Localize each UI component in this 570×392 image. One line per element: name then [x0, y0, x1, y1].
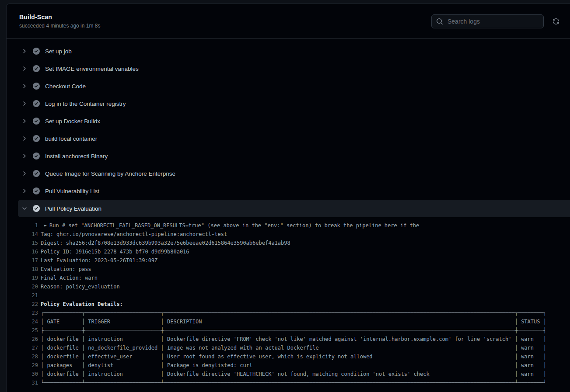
log-line-number[interactable]: 14 [7, 230, 38, 239]
log-line-text: Policy ID: 3916e15b-2278-473b-bf70-d9d99… [41, 247, 189, 256]
log-line-number[interactable]: 1 [7, 221, 38, 230]
chevron-right-icon [21, 48, 28, 54]
log-line: 20 Reason: policy_evaluation [7, 282, 570, 291]
log-line-text: Policy Evaluation Details: [41, 300, 123, 309]
chevron-right-icon [21, 170, 28, 177]
check-circle-icon [33, 100, 40, 107]
log-line: 28 │ dockerfile │ effective_user │ User … [7, 352, 570, 361]
chevron-right-icon [21, 66, 28, 72]
log-line: 23 ┌────────────┬───────────────────────… [7, 309, 570, 317]
log-line-number[interactable]: 21 [7, 291, 38, 300]
log-line-number[interactable]: 26 [7, 335, 38, 343]
search-logs-input[interactable] [447, 17, 539, 25]
log-group-toggle-icon[interactable]: ► [44, 221, 47, 230]
log-line-text: Tag: ghcr.io/pvnovarese/anchorectl-pipel… [41, 230, 227, 239]
log-line-text: Digest: sha256:d2f8708e13d933dc639b993a3… [41, 239, 290, 247]
log-line-text: │ dockerfile │ instruction │ Dockerfile … [41, 370, 546, 378]
check-circle-icon [33, 48, 40, 55]
log-line-number[interactable]: 31 [7, 378, 38, 387]
log-line-number[interactable]: 29 [7, 361, 38, 370]
job-status-line: succeeded 4 minutes ago in 1m 8s [19, 23, 100, 29]
step-row[interactable]: Set up job [7, 42, 570, 60]
log-line-text: ┌────────────┬────────────────────────┬─… [41, 309, 546, 317]
chevron-right-icon [21, 135, 28, 142]
search-icon [436, 18, 443, 25]
log-line-text: │ dockerfile │ effective_user │ User roo… [41, 352, 546, 361]
log-line: 18 Evaluation: pass [7, 265, 570, 274]
log-line: 19 Final Action: warn [7, 274, 570, 282]
header-titles: Build-Scan succeeded 4 minutes ago in 1m… [19, 14, 100, 29]
log-line-text: Run # set "ANCHORECTL_FAIL_BASED_ON_RESU… [49, 221, 419, 230]
check-circle-icon [33, 153, 40, 160]
log-line: 27 │ dockerfile │ no_dockerfile_provided… [7, 343, 570, 352]
step-row[interactable]: Pull Vulnerability List [7, 182, 570, 200]
log-line-text: Evaluation: pass [41, 265, 91, 274]
step-label: Queue Image for Scanning by Anchore Ente… [45, 170, 175, 177]
log-line-number[interactable]: 17 [7, 256, 38, 265]
log-line: 22 Policy Evaluation Details: [7, 300, 570, 309]
chevron-right-icon [21, 101, 28, 107]
refresh-logs-button[interactable] [551, 16, 561, 27]
log-line-number[interactable]: 22 [7, 300, 38, 309]
check-circle-icon [33, 83, 40, 90]
log-line: 26 │ dockerfile │ instruction │ Dockerfi… [7, 335, 570, 343]
step-label: Log in to the Container registry [45, 101, 126, 107]
log-line-text: │ dockerfile │ instruction │ Dockerfile … [41, 335, 546, 343]
log-line-number[interactable]: 16 [7, 247, 38, 256]
log-line-text: └────────────┴────────────────────────┴─… [41, 378, 546, 387]
refresh-icon [553, 18, 560, 25]
log-line: 29 │ packages │ denylist │ Package is de… [7, 361, 570, 370]
log-line-text: │ dockerfile │ no_dockerfile_provided │ … [41, 343, 546, 352]
step-label: build local container [45, 135, 97, 142]
step-row[interactable]: Set IMAGE environmental variables [7, 60, 570, 77]
log-line-text: Reason: policy_evaluation [41, 282, 120, 291]
step-label: Pull Policy Evaluation [45, 205, 101, 212]
search-logs-box[interactable] [431, 14, 544, 28]
step-label: Set IMAGE environmental variables [45, 66, 139, 72]
chevron-right-icon [21, 118, 28, 124]
step-row[interactable]: Checkout Code [7, 77, 570, 95]
log-line: 24 │ GATE │ TRIGGER │ DESCRIPTION │ STAT… [7, 317, 570, 326]
log-line: 25 ├────────────┼───────────────────────… [7, 326, 570, 335]
log-line-text: ├────────────┼────────────────────────┼─… [41, 326, 546, 335]
job-title: Build-Scan [19, 14, 100, 21]
log-line-number[interactable]: 30 [7, 370, 38, 378]
log-line-number[interactable]: 23 [7, 309, 38, 317]
step-row[interactable]: build local container [7, 130, 570, 147]
log-line: 16 Policy ID: 3916e15b-2278-473b-bf70-d9… [7, 247, 570, 256]
step-row[interactable]: Pull Policy Evaluation [18, 200, 570, 217]
chevron-right-icon [21, 83, 28, 89]
log-line-number[interactable]: 15 [7, 239, 38, 247]
step-row[interactable]: Install anchorectl Binary [7, 147, 570, 165]
panel-header: Build-Scan succeeded 4 minutes ago in 1m… [7, 4, 570, 39]
workflow-log-panel: Build-Scan succeeded 4 minutes ago in 1m… [6, 3, 570, 392]
chevron-right-icon [21, 153, 28, 159]
log-line-number[interactable]: 24 [7, 317, 38, 326]
step-row[interactable]: Log in to the Container registry [7, 95, 570, 112]
log-line-text: Final Action: warn [41, 274, 98, 282]
step-label: Install anchorectl Binary [45, 153, 108, 160]
check-circle-icon [33, 118, 40, 125]
log-line-text: Last Evaluation: 2023-05-26T01:39:09Z [41, 256, 157, 265]
log-line-text: │ GATE │ TRIGGER │ DESCRIPTION │ STATUS … [41, 317, 546, 326]
log-line-number[interactable]: 18 [7, 265, 38, 274]
log-line-number[interactable]: 25 [7, 326, 38, 335]
log-line-text: │ packages │ denylist │ Package is denyl… [41, 361, 546, 370]
log-line-number[interactable]: 27 [7, 343, 38, 352]
check-circle-icon [33, 170, 40, 177]
log-line: 30 │ dockerfile │ instruction │ Dockerfi… [7, 370, 570, 378]
step-list: Set up job Set IMAGE environmental varia… [7, 39, 570, 217]
step-label: Set up Docker Buildx [45, 118, 100, 125]
check-circle-icon [33, 187, 40, 194]
log-line: 14 Tag: ghcr.io/pvnovarese/anchorectl-pi… [7, 230, 570, 239]
log-line: 31 └────────────┴───────────────────────… [7, 378, 570, 387]
log-line-number[interactable]: 28 [7, 352, 38, 361]
step-label: Pull Vulnerability List [45, 188, 99, 194]
step-row[interactable]: Set up Docker Buildx [7, 112, 570, 130]
step-label: Checkout Code [45, 83, 86, 90]
step-row[interactable]: Queue Image for Scanning by Anchore Ente… [7, 165, 570, 182]
check-circle-icon [33, 135, 40, 142]
log-line-number[interactable]: 20 [7, 282, 38, 291]
step-label: Set up job [45, 48, 72, 55]
log-line-number[interactable]: 19 [7, 274, 38, 282]
